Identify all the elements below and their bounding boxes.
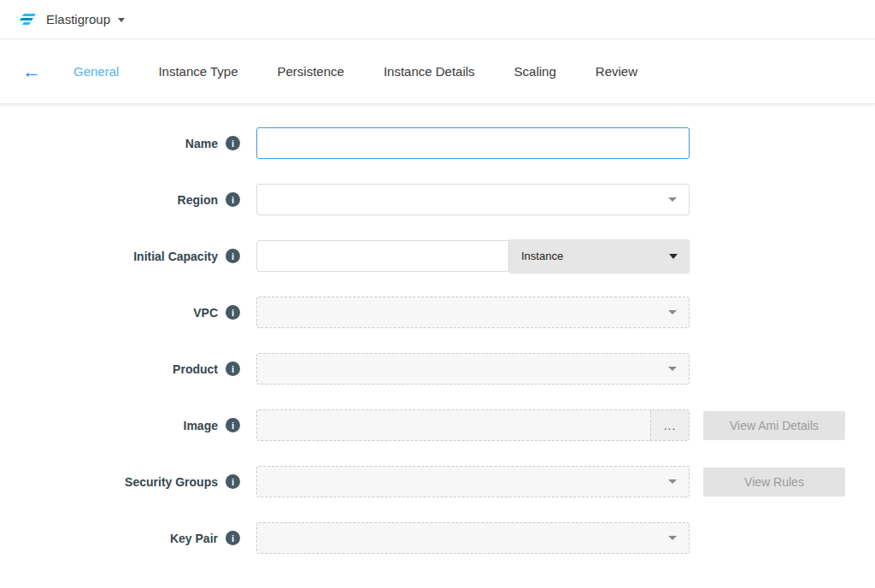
- tab-scaling[interactable]: Scaling: [514, 64, 556, 79]
- image-label: Image: [184, 419, 218, 432]
- image-row: Image i ... View Ami Details: [0, 409, 875, 441]
- image-input[interactable]: ...: [256, 409, 690, 441]
- initial-capacity-row: Initial Capacity i Instance: [0, 240, 875, 272]
- security-groups-label: Security Groups: [125, 475, 218, 489]
- product-row: Product i: [0, 353, 875, 385]
- info-icon[interactable]: i: [226, 249, 240, 263]
- name-label: Name: [185, 137, 218, 150]
- name-row: Name i: [0, 127, 875, 159]
- info-icon[interactable]: i: [226, 362, 240, 376]
- initial-capacity-label: Initial Capacity: [133, 250, 218, 263]
- info-icon[interactable]: i: [226, 531, 240, 545]
- region-select[interactable]: [256, 184, 690, 215]
- wizard-tabs: General Instance Type Persistence Instan…: [73, 64, 637, 79]
- vpc-row: VPC i: [0, 297, 875, 328]
- security-groups-select[interactable]: [256, 466, 690, 497]
- info-icon[interactable]: i: [226, 474, 240, 489]
- vpc-select[interactable]: [256, 297, 690, 328]
- info-icon[interactable]: i: [226, 192, 240, 207]
- view-ami-details-button[interactable]: View Ami Details: [703, 411, 845, 440]
- tab-general[interactable]: General: [73, 64, 119, 79]
- chevron-down-icon: [668, 479, 677, 484]
- chevron-down-icon: [668, 536, 677, 540]
- capacity-unit-value: Instance: [521, 250, 563, 262]
- initial-capacity-input[interactable]: [256, 240, 509, 272]
- info-icon[interactable]: i: [226, 418, 240, 432]
- general-form: Name i Region i Initial Capacity i Inst: [0, 104, 875, 554]
- key-pair-row: Key Pair i: [0, 522, 875, 554]
- wizard-tab-bar: ← General Instance Type Persistence Inst…: [0, 39, 875, 104]
- chevron-down-icon: [669, 254, 678, 259]
- key-pair-label: Key Pair: [170, 532, 218, 545]
- view-rules-button[interactable]: View Rules: [703, 467, 845, 497]
- back-arrow-icon[interactable]: ←: [22, 62, 41, 81]
- elastigroup-logo-icon: [19, 13, 38, 26]
- chevron-down-icon: [668, 310, 677, 315]
- product-select[interactable]: [256, 353, 690, 385]
- tab-review[interactable]: Review: [596, 64, 637, 79]
- capacity-unit-dropdown[interactable]: Instance: [509, 239, 690, 273]
- region-row: Region i: [0, 184, 875, 215]
- info-icon[interactable]: i: [226, 305, 240, 320]
- top-bar: Elastigroup: [0, 0, 875, 39]
- info-icon[interactable]: i: [226, 136, 240, 150]
- chevron-down-icon: [668, 367, 677, 371]
- tab-persistence[interactable]: Persistence: [278, 64, 344, 79]
- tab-instance-type[interactable]: Instance Type: [158, 64, 238, 79]
- security-groups-row: Security Groups i View Rules: [0, 466, 875, 497]
- brand-switcher[interactable]: Elastigroup: [19, 12, 125, 26]
- name-input[interactable]: [256, 127, 690, 159]
- image-browse-button[interactable]: ...: [650, 410, 689, 440]
- product-label: Product: [173, 362, 218, 376]
- tab-instance-details[interactable]: Instance Details: [384, 64, 475, 79]
- chevron-down-icon: [668, 197, 677, 202]
- brand-name: Elastigroup: [46, 12, 110, 26]
- vpc-label: VPC: [193, 306, 218, 320]
- key-pair-select[interactable]: [256, 522, 690, 554]
- region-label: Region: [178, 193, 218, 207]
- chevron-down-icon: [118, 18, 125, 22]
